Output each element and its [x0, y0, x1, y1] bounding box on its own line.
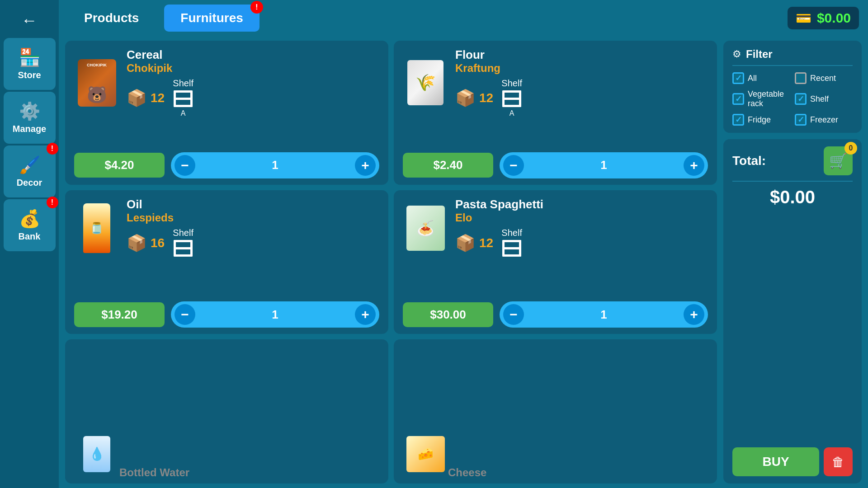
filter-section: ⚙ Filter All Recent Vegetable rack: [723, 41, 862, 133]
filter-item-recent[interactable]: Recent: [795, 72, 853, 84]
filter-item-all[interactable]: All: [732, 72, 790, 84]
tab-furnitures[interactable]: Furnitures !: [164, 5, 259, 32]
pasta-price-button[interactable]: $30.00: [403, 302, 493, 327]
box-icon-flour: 📦: [455, 89, 476, 108]
cart-section: Total: 🛒 0 $0.00 BUY 🗑: [723, 139, 862, 483]
sidebar-item-decor[interactable]: ! 🖌️ Decor: [4, 145, 56, 197]
shelf-icon-flour: [501, 89, 522, 109]
cart-divider: [732, 181, 853, 182]
product-card-bottled-water: 💧 Bottled Water: [65, 339, 388, 483]
oil-qty: 📦 16: [127, 234, 165, 253]
svg-rect-19: [519, 240, 521, 257]
product-top-oil: 🫙 Oil Lespieds 📦 16 Shelf: [74, 197, 379, 259]
back-button[interactable]: ←: [0, 5, 59, 36]
filter-checkbox-shelf[interactable]: [795, 93, 807, 105]
flour-image: 🌾: [403, 58, 448, 108]
cart-icon-wrap: 🛒 0: [824, 146, 853, 175]
oil-img: 🫙: [83, 203, 110, 253]
manage-icon: ⚙️: [19, 101, 40, 121]
flour-plus-button[interactable]: +: [684, 155, 704, 176]
pasta-bottom: $30.00 − 1 +: [403, 301, 708, 328]
cart-total-amount: $0.00: [732, 187, 853, 207]
cereal-price-button[interactable]: $4.20: [74, 153, 165, 178]
filter-item-fridge[interactable]: Fridge: [732, 114, 790, 126]
product-card-oil: 🫙 Oil Lespieds 📦 16 Shelf: [65, 190, 388, 334]
content-area: Cereal Chokipik 📦 12 Shelf: [59, 36, 868, 488]
filter-checkbox-recent[interactable]: [795, 72, 807, 84]
sidebar-item-store[interactable]: 🏪 Store: [4, 38, 56, 90]
cart-actions: BUY 🗑: [732, 447, 853, 476]
oil-image: 🫙: [74, 203, 119, 253]
svg-rect-3: [174, 90, 176, 107]
trash-button[interactable]: 🗑: [824, 447, 853, 476]
box-icon-oil: 📦: [127, 234, 147, 253]
filter-item-shelf[interactable]: Shelf: [795, 89, 853, 108]
pasta-plus-button[interactable]: +: [684, 304, 704, 325]
box-icon-pasta: 📦: [455, 234, 476, 253]
filter-item-vegrack[interactable]: Vegetable rack: [732, 89, 790, 108]
cheese-img: 🧀: [406, 436, 445, 472]
cereal-plus-button[interactable]: +: [355, 155, 376, 176]
sidebar-item-manage[interactable]: ⚙️ Manage: [4, 92, 56, 144]
cart-badge: 0: [844, 142, 857, 155]
svg-rect-5: [502, 90, 521, 93]
svg-rect-14: [190, 240, 193, 257]
cheese-info: Cheese: [448, 466, 708, 479]
svg-rect-4: [190, 90, 193, 107]
svg-rect-17: [502, 254, 521, 257]
flour-info: Flour Kraftung 📦 12 Shelf: [455, 48, 708, 117]
filter-checkbox-vegrack[interactable]: [732, 93, 744, 105]
oil-shelf: Shelf: [173, 228, 193, 259]
filter-checkbox-all[interactable]: [732, 72, 744, 84]
product-card-flour: 🌾 Flour Kraftung 📦 12 Shelf: [394, 41, 717, 185]
shelf-icon-oil: [173, 238, 193, 259]
cereal-info: Cereal Chokipik 📦 12 Shelf: [127, 48, 379, 117]
shelf-icon-pasta: [501, 238, 522, 259]
product-card-pasta: 🍝 Pasta Spaghetti Elo 📦 12 Shelf: [394, 190, 717, 334]
topbar: Products Furnitures ! 💳 $0.00: [59, 0, 868, 36]
oil-price-button[interactable]: $19.20: [74, 302, 165, 327]
filter-checkbox-fridge[interactable]: [732, 114, 744, 126]
filter-item-freezer[interactable]: Freezer: [795, 114, 853, 126]
pasta-qty-control: − 1 +: [500, 301, 708, 328]
pasta-shelf: Shelf: [501, 228, 522, 259]
products-grid: Cereal Chokipik 📦 12 Shelf: [65, 41, 717, 483]
tab-products[interactable]: Products: [68, 5, 155, 32]
svg-rect-1: [174, 98, 193, 100]
shelf-icon: [173, 89, 193, 109]
flour-minus-button[interactable]: −: [503, 155, 524, 176]
filter-grid: All Recent Vegetable rack Shelf: [732, 72, 853, 126]
flour-bottom: $2.40 − 1 +: [403, 152, 708, 178]
cereal-minus-button[interactable]: −: [175, 155, 195, 176]
flour-qty: 📦 12: [455, 89, 493, 108]
box-icon: 📦: [127, 89, 147, 108]
oil-plus-button[interactable]: +: [355, 304, 376, 325]
money-display: 💳 $0.00: [788, 7, 859, 29]
sidebar: ← 🏪 Store ⚙️ Manage ! 🖌️ Decor ! 💰 Bank: [0, 0, 59, 488]
pasta-qty: 📦 12: [455, 234, 493, 253]
cereal-img: [78, 59, 116, 107]
sidebar-item-bank[interactable]: ! 💰 Bank: [4, 199, 56, 251]
cereal-shelf: Shelf A: [173, 78, 193, 117]
cereal-qty: 📦 12: [127, 89, 165, 108]
filter-icon: ⚙: [732, 48, 741, 60]
oil-minus-button[interactable]: −: [175, 304, 195, 325]
buy-button[interactable]: BUY: [732, 447, 819, 476]
main-area: Products Furnitures ! 💳 $0.00 Cereal: [59, 0, 868, 488]
water-image: 💧: [74, 429, 119, 479]
bank-icon: 💰: [19, 209, 40, 229]
cereal-bottom: $4.20 − 1 +: [74, 152, 379, 178]
cereal-qty-control: − 1 +: [171, 152, 379, 178]
pasta-minus-button[interactable]: −: [503, 304, 524, 325]
right-panel: ⚙ Filter All Recent Vegetable rack: [717, 41, 862, 483]
flour-img: 🌾: [407, 60, 443, 105]
svg-rect-0: [174, 90, 193, 93]
oil-info: Oil Lespieds 📦 16 Shelf: [127, 197, 379, 259]
pasta-meta: 📦 12 Shelf: [455, 228, 708, 259]
flour-price-button[interactable]: $2.40: [403, 153, 493, 178]
svg-rect-2: [174, 105, 193, 107]
svg-rect-10: [174, 240, 193, 242]
filter-checkbox-freezer[interactable]: [795, 114, 807, 126]
svg-rect-16: [502, 247, 521, 249]
product-card-cereal: Cereal Chokipik 📦 12 Shelf: [65, 41, 388, 185]
